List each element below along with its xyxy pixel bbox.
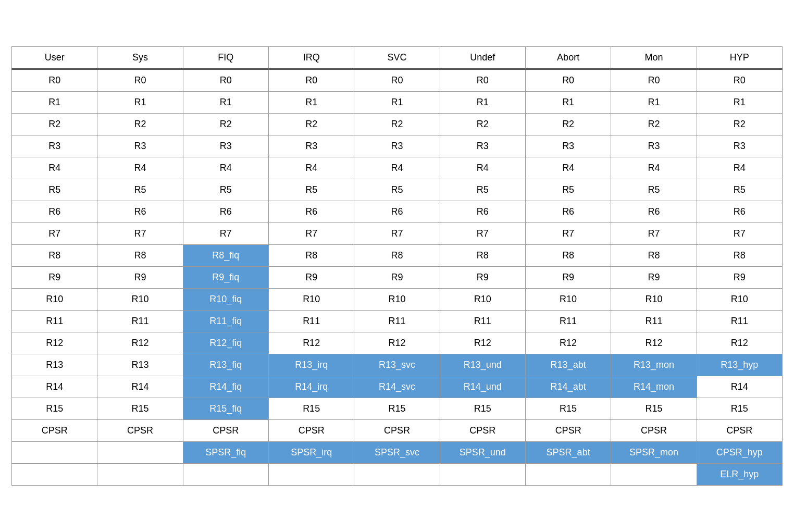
cell-r2-c4: R2 bbox=[354, 114, 440, 135]
cell-r16-c4: CPSR bbox=[354, 420, 440, 442]
cell-r16-c1: CPSR bbox=[97, 420, 183, 442]
cell-r3-c0: R3 bbox=[12, 135, 97, 157]
cell-r12-c6: R12 bbox=[525, 332, 611, 354]
cell-r11-c4: R11 bbox=[354, 311, 440, 332]
header-row: UserSysFIQIRQSVCUndefAbortMonHYP bbox=[12, 47, 783, 69]
cell-r8-c1: R8 bbox=[97, 245, 183, 267]
cell-r13-c6: R13_abt bbox=[525, 354, 611, 376]
cell-r17-c0 bbox=[12, 442, 97, 464]
header-user: User bbox=[12, 47, 97, 69]
cell-r15-c3: R15 bbox=[268, 398, 354, 420]
cell-r15-c4: R15 bbox=[354, 398, 440, 420]
table-row: R13R13R13_fiqR13_irqR13_svcR13_undR13_ab… bbox=[12, 354, 783, 376]
cell-r15-c2: R15_fiq bbox=[183, 398, 268, 420]
cell-r7-c1: R7 bbox=[97, 223, 183, 245]
cell-r4-c5: R4 bbox=[440, 157, 525, 179]
cell-r11-c3: R11 bbox=[268, 311, 354, 332]
cell-r2-c5: R2 bbox=[440, 114, 525, 135]
cell-r7-c3: R7 bbox=[268, 223, 354, 245]
cell-r15-c1: R15 bbox=[97, 398, 183, 420]
cell-r10-c1: R10 bbox=[97, 289, 183, 311]
cell-r5-c4: R5 bbox=[354, 179, 440, 201]
cell-r7-c4: R7 bbox=[354, 223, 440, 245]
cell-r11-c1: R11 bbox=[97, 311, 183, 332]
cell-r4-c0: R4 bbox=[12, 157, 97, 179]
cell-r18-c8: ELR_hyp bbox=[697, 464, 782, 486]
table-row: R5R5R5R5R5R5R5R5R5 bbox=[12, 179, 783, 201]
cell-r15-c5: R15 bbox=[440, 398, 525, 420]
cell-r9-c1: R9 bbox=[97, 267, 183, 289]
register-table: UserSysFIQIRQSVCUndefAbortMonHYP R0R0R0R… bbox=[11, 46, 783, 486]
cell-r17-c5: SPSR_und bbox=[440, 442, 525, 464]
table-row: CPSRCPSRCPSRCPSRCPSRCPSRCPSRCPSRCPSR bbox=[12, 420, 783, 442]
cell-r1-c5: R1 bbox=[440, 92, 525, 114]
cell-r0-c2: R0 bbox=[183, 69, 268, 92]
header-sys: Sys bbox=[97, 47, 183, 69]
cell-r0-c5: R0 bbox=[440, 69, 525, 92]
cell-r0-c4: R0 bbox=[354, 69, 440, 92]
header-hyp: HYP bbox=[697, 47, 782, 69]
cell-r13-c1: R13 bbox=[97, 354, 183, 376]
register-table-container: UserSysFIQIRQSVCUndefAbortMonHYP R0R0R0R… bbox=[11, 46, 783, 486]
cell-r0-c8: R0 bbox=[697, 69, 782, 92]
cell-r2-c8: R2 bbox=[697, 114, 782, 135]
cell-r6-c8: R6 bbox=[697, 201, 782, 223]
cell-r2-c0: R2 bbox=[12, 114, 97, 135]
cell-r1-c0: R1 bbox=[12, 92, 97, 114]
cell-r9-c7: R9 bbox=[611, 267, 697, 289]
header-svc: SVC bbox=[354, 47, 440, 69]
cell-r18-c7 bbox=[611, 464, 697, 486]
cell-r9-c6: R9 bbox=[525, 267, 611, 289]
cell-r16-c7: CPSR bbox=[611, 420, 697, 442]
cell-r2-c1: R2 bbox=[97, 114, 183, 135]
cell-r16-c8: CPSR bbox=[697, 420, 782, 442]
cell-r11-c2: R11_fiq bbox=[183, 311, 268, 332]
cell-r0-c6: R0 bbox=[525, 69, 611, 92]
header-abort: Abort bbox=[525, 47, 611, 69]
cell-r10-c3: R10 bbox=[268, 289, 354, 311]
cell-r4-c4: R4 bbox=[354, 157, 440, 179]
cell-r2-c2: R2 bbox=[183, 114, 268, 135]
cell-r10-c5: R10 bbox=[440, 289, 525, 311]
table-row: R4R4R4R4R4R4R4R4R4 bbox=[12, 157, 783, 179]
cell-r11-c5: R11 bbox=[440, 311, 525, 332]
cell-r16-c0: CPSR bbox=[12, 420, 97, 442]
cell-r1-c4: R1 bbox=[354, 92, 440, 114]
cell-r6-c6: R6 bbox=[525, 201, 611, 223]
cell-r4-c1: R4 bbox=[97, 157, 183, 179]
table-row: R6R6R6R6R6R6R6R6R6 bbox=[12, 201, 783, 223]
cell-r14-c5: R14_und bbox=[440, 376, 525, 398]
cell-r7-c8: R7 bbox=[697, 223, 782, 245]
cell-r8-c3: R8 bbox=[268, 245, 354, 267]
cell-r7-c6: R7 bbox=[525, 223, 611, 245]
cell-r1-c1: R1 bbox=[97, 92, 183, 114]
header-fiq: FIQ bbox=[183, 47, 268, 69]
cell-r9-c2: R9_fiq bbox=[183, 267, 268, 289]
cell-r6-c1: R6 bbox=[97, 201, 183, 223]
cell-r15-c7: R15 bbox=[611, 398, 697, 420]
cell-r13-c2: R13_fiq bbox=[183, 354, 268, 376]
cell-r9-c0: R9 bbox=[12, 267, 97, 289]
cell-r9-c8: R9 bbox=[697, 267, 782, 289]
cell-r1-c8: R1 bbox=[697, 92, 782, 114]
header-undef: Undef bbox=[440, 47, 525, 69]
cell-r18-c5 bbox=[440, 464, 525, 486]
cell-r10-c4: R10 bbox=[354, 289, 440, 311]
cell-r8-c2: R8_fiq bbox=[183, 245, 268, 267]
cell-r18-c4 bbox=[354, 464, 440, 486]
cell-r11-c8: R11 bbox=[697, 311, 782, 332]
cell-r3-c2: R3 bbox=[183, 135, 268, 157]
cell-r7-c2: R7 bbox=[183, 223, 268, 245]
cell-r8-c4: R8 bbox=[354, 245, 440, 267]
cell-r5-c5: R5 bbox=[440, 179, 525, 201]
cell-r9-c5: R9 bbox=[440, 267, 525, 289]
cell-r14-c3: R14_irq bbox=[268, 376, 354, 398]
cell-r5-c2: R5 bbox=[183, 179, 268, 201]
cell-r10-c0: R10 bbox=[12, 289, 97, 311]
cell-r14-c2: R14_fiq bbox=[183, 376, 268, 398]
cell-r11-c7: R11 bbox=[611, 311, 697, 332]
cell-r17-c3: SPSR_irq bbox=[268, 442, 354, 464]
cell-r4-c8: R4 bbox=[697, 157, 782, 179]
cell-r13-c8: R13_hyp bbox=[697, 354, 782, 376]
table-row: R0R0R0R0R0R0R0R0R0 bbox=[12, 69, 783, 92]
